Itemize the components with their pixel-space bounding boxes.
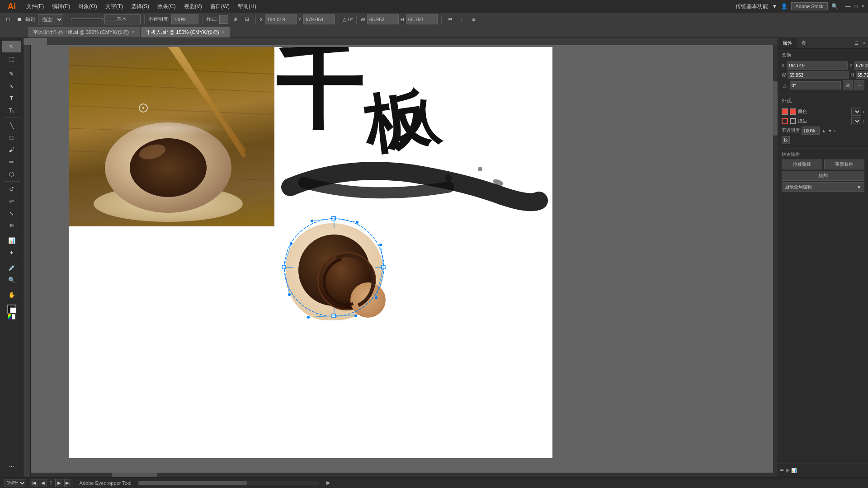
v-scrollbar-track[interactable]: [773, 45, 778, 477]
stroke-mode-select[interactable]: 描边:: [38, 14, 63, 24]
opacity-down-btn[interactable]: ▼: [828, 128, 832, 133]
panel-close-icon[interactable]: ×: [861, 41, 868, 46]
tab-1[interactable]: 千板人.ai* @ 150% (CMYK/预览) ×: [140, 27, 230, 38]
paintbrush-tool-btn[interactable]: 🖌: [2, 144, 21, 155]
window-maximize[interactable]: □: [854, 3, 858, 9]
window-close[interactable]: ×: [861, 3, 864, 9]
global-edit-btn[interactable]: 启动全局编辑 ▼: [782, 182, 864, 192]
pencil-tool-btn[interactable]: ✏: [2, 156, 21, 168]
v-scrollbar-thumb[interactable]: [773, 81, 778, 136]
more-options-btn[interactable]: ≡: [469, 14, 479, 24]
arrange-btn-panel[interactable]: 排列: [782, 171, 864, 181]
stroke-arrow[interactable]: ›: [863, 119, 864, 124]
y-coord-input[interactable]: [303, 14, 335, 24]
angle-transform-input[interactable]: [790, 81, 841, 89]
line-tool-btn[interactable]: ╲: [2, 119, 21, 131]
h-input[interactable]: [406, 14, 438, 24]
h-scrollbar-track[interactable]: [31, 473, 778, 477]
fill-swatch[interactable]: [790, 108, 796, 115]
panel-tab-properties[interactable]: 属性: [778, 38, 797, 48]
last-page-btn[interactable]: ▶|: [64, 479, 72, 487]
panel-tab-layers[interactable]: 图: [797, 38, 811, 48]
prev-page-btn[interactable]: ◀: [39, 479, 47, 487]
opacity-panel-input[interactable]: [802, 127, 820, 135]
fill-arrow[interactable]: ›: [863, 109, 864, 114]
fill-toggle-btn[interactable]: ◼: [14, 14, 24, 24]
w-transform-input[interactable]: [788, 71, 849, 79]
graph-tool-btn[interactable]: 📊: [2, 235, 21, 246]
offset-path-btn[interactable]: 位移路径: [782, 160, 822, 169]
opacity-input[interactable]: [171, 14, 198, 24]
touch-type-tool-btn[interactable]: Tᵥ: [2, 104, 21, 116]
h-scrollbar-thumb[interactable]: [112, 473, 157, 477]
fill-indicator[interactable]: [782, 108, 788, 115]
menu-object[interactable]: 对象(O): [75, 2, 100, 11]
hand-tool-btn[interactable]: ✋: [2, 289, 21, 300]
opacity-up-btn[interactable]: ▲: [821, 128, 826, 133]
opacity-expand[interactable]: ›: [834, 128, 835, 133]
fx-button[interactable]: fx: [782, 136, 790, 144]
w-input[interactable]: [367, 14, 399, 24]
direct-selection-tool-btn[interactable]: ⬚: [2, 53, 21, 65]
style-options-btn[interactable]: ⊕: [230, 14, 240, 24]
search-icon[interactable]: 🔍: [831, 3, 838, 9]
scale-tool-btn[interactable]: ⤡: [2, 207, 21, 219]
menu-select[interactable]: 选择(S): [127, 2, 153, 11]
flip-btn[interactable]: ↔: [854, 80, 864, 90]
curvature-tool-btn[interactable]: ∿: [2, 80, 21, 92]
next-page-btn[interactable]: ▶: [55, 479, 63, 487]
first-page-btn[interactable]: |◀: [30, 479, 38, 487]
h-transform-input[interactable]: [856, 71, 868, 79]
stroke-toggle-btn[interactable]: ◻: [3, 14, 13, 24]
pen-tool-btn[interactable]: ✎: [2, 68, 21, 80]
tab-0-close[interactable]: ×: [132, 30, 134, 35]
zoom-tool-btn[interactable]: 🔍: [2, 274, 21, 286]
user-icon[interactable]: 👤: [781, 3, 788, 9]
window-minimize[interactable]: —: [845, 3, 851, 9]
y-transform-input[interactable]: [854, 61, 868, 70]
menu-edit[interactable]: 编辑(E): [48, 2, 74, 11]
style-swatch[interactable]: [219, 15, 228, 24]
rotate-tool-btn[interactable]: ↺: [2, 183, 21, 195]
rect-tool-btn[interactable]: □: [2, 131, 21, 143]
color-mode-btn[interactable]: [8, 314, 11, 319]
current-tool-label: Adobe Eyedropper Tool: [80, 480, 132, 486]
menu-view[interactable]: 视图(V): [180, 2, 206, 11]
stroke-indicator[interactable]: [782, 118, 788, 124]
tab-1-close[interactable]: ×: [222, 30, 225, 35]
fill-dropdown[interactable]: [851, 108, 861, 116]
menu-text[interactable]: 文字(T): [102, 2, 127, 11]
constrain-proportions-btn[interactable]: ⛓: [843, 80, 853, 90]
x-transform-input[interactable]: [787, 61, 848, 70]
type-tool-btn[interactable]: T: [2, 92, 21, 104]
canvas-area[interactable]: 千 板 人: [24, 38, 778, 477]
menu-effects[interactable]: 效果(C): [154, 2, 179, 11]
recolor-btn[interactable]: 重新着色: [824, 160, 865, 169]
stroke-dropdown[interactable]: [851, 117, 861, 125]
adobe-stock-button[interactable]: Adobe Stock: [791, 2, 827, 10]
reflect-tool-btn[interactable]: ⇌: [2, 195, 21, 207]
stroke-swatch[interactable]: [790, 118, 796, 124]
align-btn[interactable]: ⊞: [242, 14, 252, 24]
workspace-dropdown-icon[interactable]: ▼: [772, 3, 777, 9]
transform-options-btn[interactable]: ⇌: [445, 14, 455, 24]
stroke-dash-select[interactable]: —— 基本: [104, 14, 141, 24]
right-arrow-btn[interactable]: ▶: [326, 480, 330, 486]
menu-window[interactable]: 窗口(W): [207, 2, 233, 11]
selection-tool-btn[interactable]: ↖: [2, 41, 21, 52]
x-coord-input[interactable]: [265, 14, 297, 24]
zoom-select[interactable]: 150%: [5, 479, 26, 487]
menu-file[interactable]: 文件(F): [23, 2, 47, 11]
more-tools-btn[interactable]: ···: [2, 460, 21, 472]
arrange-btn[interactable]: ↕: [457, 14, 467, 24]
fill-box[interactable]: [7, 305, 16, 314]
shaper-tool-btn[interactable]: ⬡: [2, 168, 21, 180]
menu-help[interactable]: 帮助(H): [234, 2, 260, 11]
layers-panel-icon[interactable]: ☰ ⊞ 📊: [780, 465, 866, 475]
panel-menu-icon[interactable]: ☰: [853, 41, 860, 46]
tab-0[interactable]: 字体设计作品一组.ai @ 300% (CMYK/预览) ×: [27, 27, 140, 38]
none-mode-btn[interactable]: [12, 314, 15, 319]
symbol-tool-btn[interactable]: ✦: [2, 247, 21, 258]
eyedropper-tool-btn[interactable]: 💉: [2, 262, 21, 273]
warp-tool-btn[interactable]: ≋: [2, 220, 21, 231]
